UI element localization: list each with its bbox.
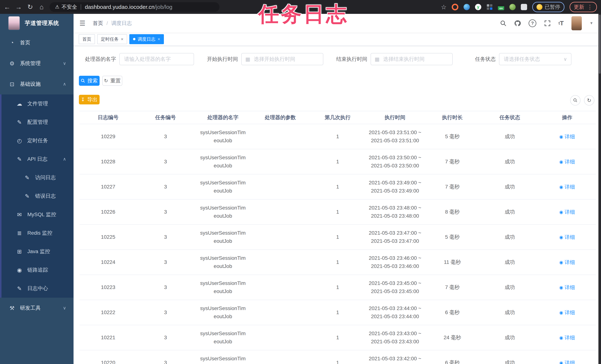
detail-link[interactable]: ◉ 详细 [559,158,575,166]
cell-exec-index: 1 [309,283,366,291]
browser-reload-icon[interactable]: ↻ [24,3,36,11]
tab-close-icon[interactable]: × [121,37,123,42]
detail-link[interactable]: ◉ 详细 [559,133,575,141]
sidebar-menu-item[interactable]: ☁ 文件管理 [0,94,73,113]
help-icon[interactable]: ? [529,20,536,27]
reset-button[interactable]: ↻ 重置 [102,76,122,86]
detail-link-label: 详细 [565,258,575,266]
cell-handler-name: sysUserSessionTim eoutJob [194,153,252,170]
avatar-caret-down-icon[interactable]: ▼ [590,21,593,25]
user-avatar[interactable] [571,16,582,30]
detail-link[interactable]: ◉ 详细 [559,258,575,266]
sidebar-menu-item[interactable]: ✎ 访问日志 [0,168,73,187]
sidebar-menu-item[interactable]: ◴ 定时任务 [0,131,73,150]
menu-item-icon: ✎ [23,193,31,199]
detail-link[interactable]: ◉ 详细 [559,183,575,191]
browser-home-icon[interactable]: ⌂ [36,3,47,11]
extension-green-y-icon[interactable]: y [475,4,481,10]
detail-link[interactable]: ◉ 详细 [559,334,575,342]
table-column-header: 第几次执行 [309,114,366,121]
refresh-icon: ↻ [587,97,591,103]
sidebar-menu-item[interactable]: ✎ 错误日志 [0,187,73,205]
profile-paused-chip[interactable]: 已暂停 [532,2,564,12]
extension-grid-icon[interactable] [486,4,493,10]
cell-duration: 7 毫秒 [424,158,481,166]
sidebar-menu-item[interactable]: ✉ MySQL 监控 [0,205,73,224]
cell-log-id: 10226 [80,208,137,216]
detail-link[interactable]: ◉ 详细 [559,208,575,216]
sidebar-menu-item[interactable]: ⚙ 系统管理 ∨ [0,53,73,74]
cell-log-id: 10229 [80,132,137,141]
header-search-icon[interactable] [500,20,506,26]
font-size-icon[interactable]: tT [559,20,564,27]
search-button[interactable]: 搜索 [79,76,100,86]
browser-menu-icon[interactable]: ⋮ [587,4,593,10]
refresh-table-button[interactable]: ↻ [584,95,594,105]
refresh-icon: ↻ [104,78,108,84]
handler-name-input[interactable] [119,53,194,65]
sidebar-menu-item[interactable]: ◉ 链路追踪 [0,261,73,279]
sidebar-menu-item[interactable]: ⊞ Java 监控 [0,242,73,261]
detail-link[interactable]: ◉ 详细 [559,309,575,317]
cell-exec-index: 1 [309,258,366,266]
detail-link[interactable]: ◉ 详细 [559,233,575,241]
end-time-field: 结束执行时间 ▦ [332,53,453,65]
view-tab[interactable]: 定时任务 × [97,34,127,44]
toggle-search-button[interactable] [570,95,581,105]
fullscreen-icon[interactable] [544,20,551,27]
page-scrollbar[interactable] [598,14,601,364]
handler-name-field: 处理器的名字 [79,53,194,65]
detail-link[interactable]: ◉ 详细 [559,359,575,364]
search-icon [573,98,578,102]
detail-link[interactable]: ◉ 详细 [559,283,575,292]
search-icon [81,79,85,83]
sidebar-menu-item[interactable]: ✎ 日志中心 [0,279,73,298]
extension-on-badge-icon[interactable]: on [498,4,504,10]
end-time-input[interactable] [371,53,453,65]
cell-status: 成功 [481,158,539,166]
sidebar-menu-item[interactable]: ⚒ 研发工具 ∨ [0,298,73,318]
sidebar-menu-item[interactable]: ✎ 配置管理 [0,113,73,131]
calendar-icon: ▦ [375,56,380,62]
browser-forward-icon[interactable]: → [13,3,24,11]
scrollbar-thumb[interactable] [599,15,601,74]
cell-log-id: 10224 [80,258,137,266]
menu-item-icon: ✎ [23,174,31,181]
browser-update-chip[interactable]: 更新 ⋮ [570,2,597,12]
table-row: 10222 3 sysUserSessionTim eoutJob 1 2021… [80,300,596,325]
extension-blue-icon[interactable] [463,4,470,10]
hamburger-icon[interactable]: ☰ [80,20,85,27]
cell-exec-time: 2021-05-03 23:42:00 ~ 2021-05-03 23:42:0… [366,354,424,364]
paused-label: 已暂停 [545,3,560,10]
job-status-select[interactable]: 请选择任务状态 ∨ [499,53,571,65]
cell-duration: 5 毫秒 [424,132,481,141]
table-column-header: 执行时长 [424,114,481,121]
menu-item-label: 文件管理 [27,100,48,107]
extension-green-icon[interactable] [509,4,516,10]
cell-duration: 6 毫秒 [424,308,481,316]
extension-orange-icon[interactable] [452,4,458,10]
cell-handler-name: sysUserSessionTim eoutJob [194,254,252,270]
cell-duration: 24 毫秒 [424,334,481,342]
breadcrumb-home[interactable]: 首页 [93,20,103,27]
detail-link-label: 详细 [565,233,575,241]
address-bar[interactable]: ⚠ 不安全 dashboard.yudao.iocoder.cn /job/lo… [50,2,220,12]
github-icon[interactable] [514,20,521,27]
view-tab[interactable]: 首页 × [79,34,95,44]
cell-exec-index: 1 [309,132,366,141]
sidebar-menu-item[interactable]: ≣ Redis 监控 [0,224,73,242]
browser-back-icon[interactable]: ← [1,3,13,11]
menu-item-label: 基础设施 [20,81,41,88]
bookmark-star-icon[interactable]: ☆ [441,3,447,11]
view-tab[interactable]: 调度日志 × [129,34,164,44]
sidebar-menu-item[interactable]: ✎ API 日志 ∧ [0,150,73,168]
tab-close-icon[interactable]: × [158,37,160,42]
sidebar-menu-item[interactable]: ⊡ 基础设施 ∧ [0,74,73,94]
extensions-puzzle-icon[interactable] [521,4,527,10]
start-time-input[interactable] [241,53,323,65]
cell-exec-index: 1 [309,334,366,342]
cell-log-id: 10223 [80,283,137,291]
app-logo-row[interactable]: 芋道管理系统 [0,14,73,32]
export-button[interactable]: ↧ 导出 [79,95,100,104]
sidebar-menu-item[interactable]: ◔ 首页 [0,32,73,53]
